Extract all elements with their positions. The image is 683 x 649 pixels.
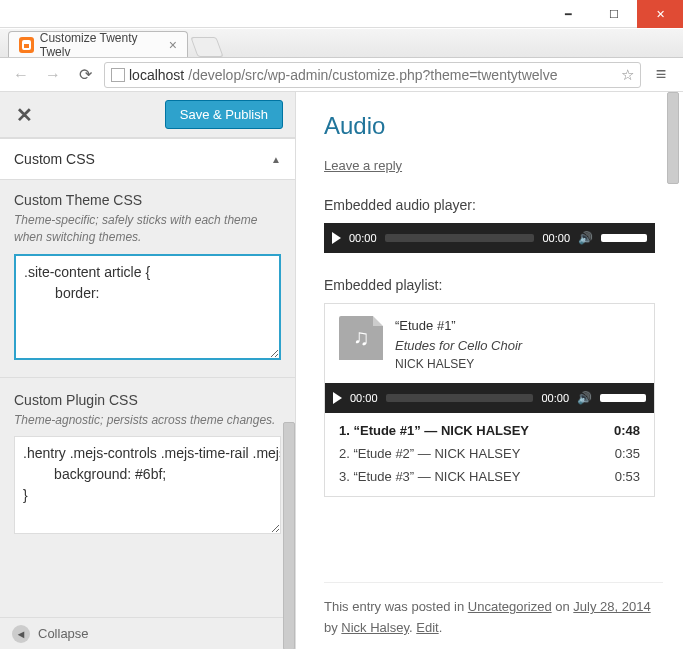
album-art-icon: ♫ [339,316,383,360]
bookmark-star-icon[interactable]: ☆ [621,66,634,84]
current-track-title: “Etude #1” [395,316,522,336]
playlist-meta: “Etude #1” Etudes for Cello Choir NICK H… [395,316,522,373]
audio-time-duration: 00:00 [541,392,569,404]
edit-link[interactable]: Edit [416,620,438,635]
current-track-artist: NICK HALSEY [395,355,522,373]
save-publish-button[interactable]: Save & Publish [165,100,283,129]
window-titlebar: ━ ☐ ✕ [0,0,683,28]
author-link[interactable]: Nick Halsey [341,620,409,635]
theme-css-textarea[interactable] [14,254,281,360]
browser-toolbar: ← → ⟳ localhost /develop/src/wp-admin/cu… [0,58,683,92]
play-icon[interactable] [333,392,342,404]
post-meta: This entry was posted in Uncategorized o… [324,582,663,639]
volume-icon[interactable] [578,231,593,245]
preview-scrollbar[interactable] [667,92,679,184]
current-track-album: Etudes for Cello Choir [395,336,522,356]
section-title-label: Custom CSS [14,151,95,167]
page-icon [111,68,125,82]
track-duration: 0:48 [614,423,640,438]
collapse-label: Collapse [38,626,89,641]
section-custom-css[interactable]: Custom CSS ▲ [0,138,295,180]
embedded-audio-label: Embedded audio player: [324,197,655,213]
forward-button[interactable]: → [40,62,66,88]
date-link[interactable]: July 28, 2014 [573,599,650,614]
audio-progress-rail[interactable] [385,234,535,242]
caret-up-icon: ▲ [271,154,281,165]
track-list: 1. “Etude #1” — NICK HALSEY 0:48 2. “Etu… [339,419,640,488]
section-body: Custom Theme CSS Theme-specific; safely … [0,180,295,555]
new-tab-button[interactable] [190,37,223,57]
field-theme-css-label: Custom Theme CSS [14,192,281,208]
play-icon[interactable] [332,232,341,244]
window-close-button[interactable]: ✕ [637,0,683,28]
browser-tab[interactable]: Customize Twenty Twelv × [8,31,188,57]
track-duration: 0:53 [615,469,640,484]
favicon-icon [19,37,34,53]
sidebar-scrollbar[interactable] [283,422,295,649]
volume-slider[interactable] [600,394,646,402]
audio-time-duration: 00:00 [542,232,570,244]
post-title[interactable]: Audio [324,112,655,140]
field-theme-css-desc: Theme-specific; safely sticks with each … [14,212,281,246]
url-path: /develop/src/wp-admin/customize.php?them… [188,67,557,83]
plugin-css-textarea[interactable] [14,436,281,534]
field-plugin-css-desc: Theme-agnostic; persists across theme ch… [14,412,281,429]
track-duration: 0:35 [615,446,640,461]
category-link[interactable]: Uncategorized [468,599,552,614]
volume-slider[interactable] [601,234,647,242]
track-item[interactable]: 1. “Etude #1” — NICK HALSEY 0:48 [339,419,640,442]
window-maximize-button[interactable]: ☐ [591,0,637,28]
playlist-audio-player[interactable]: 00:00 00:00 [325,383,654,413]
close-customizer-button[interactable]: ✕ [12,103,36,127]
leave-reply-link[interactable]: Leave a reply [324,158,402,173]
audio-time-current: 00:00 [349,232,377,244]
customizer-sidebar: ✕ Save & Publish Custom CSS ▲ Custom The… [0,92,296,649]
track-item[interactable]: 3. “Etude #3” — NICK HALSEY 0:53 [339,465,640,488]
volume-icon[interactable] [577,391,592,405]
tab-title: Customize Twenty Twelv [40,31,161,59]
embedded-playlist-label: Embedded playlist: [324,277,655,293]
divider [0,377,295,378]
audio-time-current: 00:00 [350,392,378,404]
browser-tab-bar: Customize Twenty Twelv × [0,28,683,58]
field-plugin-css-label: Custom Plugin CSS [14,392,281,408]
url-bar[interactable]: localhost /develop/src/wp-admin/customiz… [104,62,641,88]
tab-close-icon[interactable]: × [169,37,177,53]
window-minimize-button[interactable]: ━ [545,0,591,28]
audio-player[interactable]: 00:00 00:00 [324,223,655,253]
track-item[interactable]: 2. “Etude #2” — NICK HALSEY 0:35 [339,442,640,465]
playlist-header: ♫ “Etude #1” Etudes for Cello Choir NICK… [339,316,640,373]
reload-button[interactable]: ⟳ [72,62,98,88]
browser-menu-button[interactable]: ≡ [647,62,675,88]
url-host: localhost [129,67,184,83]
collapse-sidebar-button[interactable]: ◄ Collapse [0,617,295,649]
preview-pane: Audio Leave a reply Embedded audio playe… [296,92,683,649]
customizer-header: ✕ Save & Publish [0,92,295,138]
playlist-box: ♫ “Etude #1” Etudes for Cello Choir NICK… [324,303,655,497]
back-button[interactable]: ← [8,62,34,88]
audio-progress-rail[interactable] [386,394,534,402]
collapse-icon: ◄ [12,625,30,643]
